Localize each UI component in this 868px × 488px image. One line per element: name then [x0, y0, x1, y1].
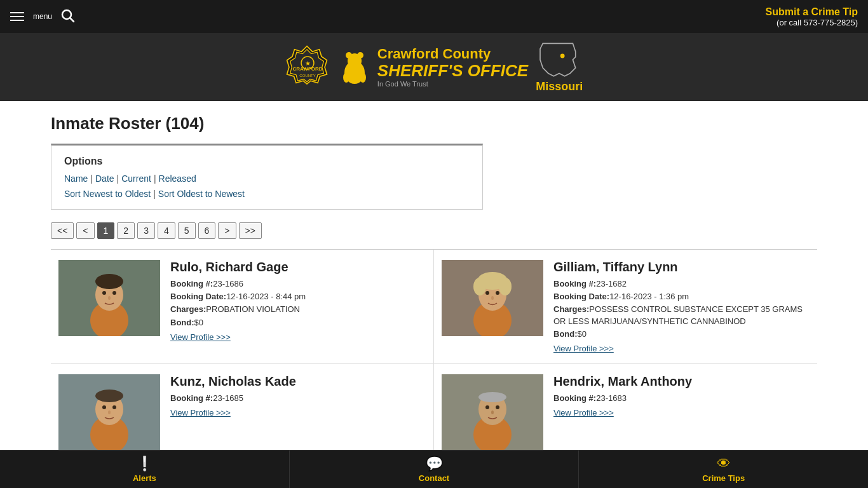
- svg-point-42: [485, 405, 489, 409]
- svg-point-11: [357, 52, 363, 58]
- page-prev[interactable]: <: [76, 222, 94, 239]
- options-title: Options: [64, 156, 470, 167]
- crime-tip-phone: (or call 573-775-2825): [765, 18, 858, 27]
- charges-rulo: Charges:PROBATION VIOLATION: [170, 304, 426, 315]
- missouri-map: [537, 41, 581, 79]
- inmate-photo-gilliam: [442, 260, 543, 336]
- filter-date[interactable]: Date: [95, 173, 114, 184]
- pagination: << < 1 2 3 4 5 6 > >>: [51, 222, 817, 239]
- nav-contact[interactable]: 💬 Contact: [290, 451, 580, 474]
- inmate-photo-hendrix: [442, 374, 543, 451]
- view-profile-kunz[interactable]: View Profile >>>: [170, 408, 231, 417]
- inmate-name-hendrix: Hendrix, Mark Anthony: [553, 374, 810, 389]
- crime-tips-label: Crime Tips: [702, 473, 745, 474]
- options-box: Options Name | Date | Current | Released…: [51, 144, 483, 210]
- crime-tip-link[interactable]: Submit a Crime Tip: [765, 6, 858, 17]
- alerts-icon: ❕: [136, 456, 153, 472]
- svg-point-36: [112, 405, 116, 409]
- logo-header: CRAWFORD COUNTY ★ Crawford County SHERIF…: [0, 33, 868, 101]
- inmate-card-kunz: Kunz, Nicholas Kade Booking #:23-1685 Vi…: [51, 364, 434, 461]
- page-3[interactable]: 3: [137, 222, 155, 239]
- svg-point-14: [560, 54, 565, 58]
- sort-oldest[interactable]: Sort Oldest to Newest: [158, 189, 245, 199]
- bond-rulo: Bond:$0: [170, 317, 426, 329]
- svg-point-30: [491, 296, 494, 300]
- sheriff-badge: CRAWFORD COUNTY ★: [285, 45, 330, 90]
- view-profile-rulo[interactable]: View Profile >>>: [170, 332, 231, 342]
- nav-alerts[interactable]: ❕ Alerts: [0, 451, 290, 474]
- svg-point-44: [491, 410, 494, 414]
- svg-point-13: [360, 72, 366, 83]
- page-5[interactable]: 5: [178, 222, 196, 239]
- page-last[interactable]: >>: [239, 222, 262, 239]
- contact-icon: 💬: [426, 456, 443, 472]
- svg-point-27: [499, 278, 512, 295]
- nav-crime-tips[interactable]: 👁 Crime Tips: [579, 451, 868, 474]
- inmate-info-kunz: Kunz, Nicholas Kade Booking #:23-1685 Vi…: [170, 374, 426, 451]
- booking-number-kunz: Booking #:23-1685: [170, 393, 426, 404]
- svg-point-37: [108, 410, 111, 414]
- crawford-county-text: Crawford County: [377, 46, 528, 62]
- filter-links: Name | Date | Current | Released: [64, 173, 470, 184]
- page-1[interactable]: 1: [97, 222, 115, 239]
- page-next[interactable]: >: [218, 222, 236, 239]
- filter-name[interactable]: Name: [64, 173, 88, 184]
- inmate-photo-kunz: [58, 374, 160, 451]
- svg-point-10: [346, 52, 352, 58]
- page-4[interactable]: 4: [158, 222, 175, 239]
- header-left: menu: [10, 9, 75, 25]
- sheriff-text: Crawford County SHERIFF'S OFFICE In God …: [377, 46, 528, 88]
- booking-date-gilliam: Booking Date:12-16-2023 - 1:36 pm: [553, 291, 810, 302]
- inmate-card-gilliam: Gilliam, Tiffany Lynn Booking #:23-1682 …: [434, 250, 817, 364]
- hamburger-menu[interactable]: [10, 12, 24, 21]
- svg-point-26: [473, 278, 486, 295]
- crime-tips-icon: 👁: [717, 456, 731, 472]
- page-first[interactable]: <<: [51, 222, 74, 239]
- inmate-info-rulo: Rulo, Richard Gage Booking #:23-1686 Boo…: [170, 260, 426, 353]
- svg-text:★: ★: [304, 60, 310, 67]
- sheriffs-office-text: SHERIFF'S OFFICE: [377, 62, 528, 80]
- svg-point-19: [102, 291, 106, 295]
- page-6[interactable]: 6: [198, 222, 216, 239]
- inmate-photo-rulo: [58, 260, 160, 336]
- view-profile-hendrix[interactable]: View Profile >>>: [553, 408, 614, 417]
- page-2[interactable]: 2: [117, 222, 135, 239]
- svg-point-29: [496, 291, 499, 295]
- in-god-text: In God We Trust: [377, 80, 528, 88]
- header-right: Submit a Crime Tip (or call 573-775-2825…: [765, 6, 858, 27]
- svg-point-21: [108, 296, 111, 300]
- booking-number-hendrix: Booking #:23-1683: [553, 393, 810, 404]
- top-header: menu Submit a Crime Tip (or call 573-775…: [0, 0, 868, 33]
- svg-point-41: [478, 392, 506, 402]
- charges-gilliam: Charges:POSSESS CONTROL SUBSTANCE EXCEPT…: [553, 304, 810, 327]
- bottom-nav: ❕ Alerts 💬 Contact 👁 Crime Tips: [0, 450, 868, 474]
- filter-released[interactable]: Released: [159, 173, 196, 184]
- main-content: Inmate Roster (104) Options Name | Date …: [0, 101, 868, 474]
- sort-links: Sort Newest to Oldest | Sort Oldest to N…: [64, 189, 470, 199]
- page-title: Inmate Roster (104): [51, 114, 817, 133]
- inmate-name-gilliam: Gilliam, Tiffany Lynn: [553, 260, 810, 274]
- svg-point-43: [496, 405, 499, 409]
- search-icon[interactable]: [61, 9, 75, 25]
- inmate-card-rulo: Rulo, Richard Gage Booking #:23-1686 Boo…: [51, 250, 434, 364]
- contact-label: Contact: [419, 473, 449, 474]
- inmate-card-hendrix: Hendrix, Mark Anthony Booking #:23-1683 …: [434, 364, 817, 461]
- sort-newest[interactable]: Sort Newest to Oldest: [64, 189, 151, 199]
- inmate-name-kunz: Kunz, Nicholas Kade: [170, 374, 426, 389]
- filter-current[interactable]: Current: [121, 173, 151, 184]
- svg-point-34: [95, 390, 123, 402]
- inmate-name-rulo: Rulo, Richard Gage: [170, 260, 426, 274]
- missouri-text: Missouri: [536, 80, 583, 93]
- booking-date-rulo: Booking Date:12-16-2023 - 8:44 pm: [170, 291, 426, 302]
- view-profile-gilliam[interactable]: View Profile >>>: [553, 344, 614, 353]
- inmate-info-hendrix: Hendrix, Mark Anthony Booking #:23-1683 …: [553, 374, 810, 451]
- inmate-info-gilliam: Gilliam, Tiffany Lynn Booking #:23-1682 …: [553, 260, 810, 353]
- svg-point-20: [112, 291, 116, 295]
- svg-point-28: [485, 291, 489, 295]
- svg-point-18: [95, 274, 123, 289]
- booking-number-rulo: Booking #:23-1686: [170, 278, 426, 290]
- sheriff-logo: Crawford County SHERIFF'S OFFICE In God …: [337, 46, 528, 88]
- bond-gilliam: Bond:$0: [553, 329, 810, 340]
- alerts-label: Alerts: [133, 473, 156, 474]
- inmate-roster-grid: Rulo, Richard Gage Booking #:23-1686 Boo…: [51, 250, 817, 461]
